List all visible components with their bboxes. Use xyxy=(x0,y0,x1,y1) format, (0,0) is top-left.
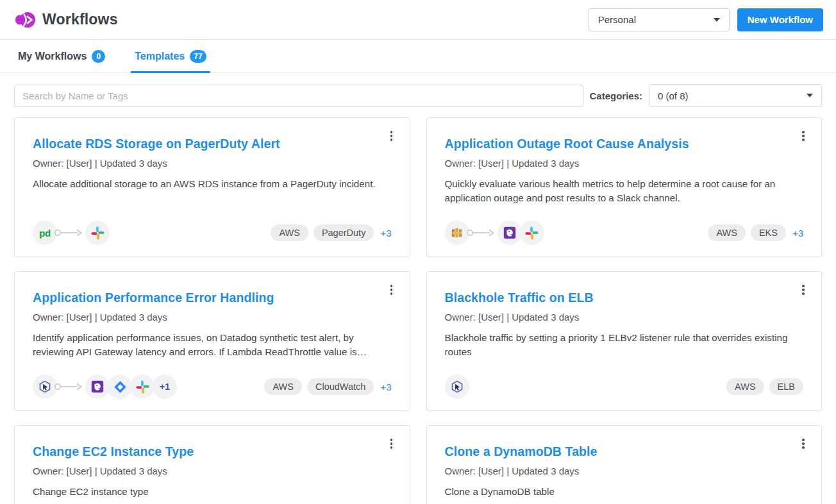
card-integrations: pd xyxy=(33,221,110,245)
cards-grid: Allocate RDS Storage on PagerDuty Alert … xyxy=(14,117,822,504)
card-tags: AWSEKS+3 xyxy=(708,224,803,241)
card-meta: Owner: [User] | Updated 3 days xyxy=(33,158,392,169)
card-title[interactable]: Change EC2 Instance Type xyxy=(33,444,392,459)
card-description: Blackhole traffic by setting a priority … xyxy=(445,331,804,359)
chevron-down-icon xyxy=(714,18,720,22)
card-menu-button[interactable] xyxy=(796,128,811,144)
chevron-down-icon xyxy=(807,94,813,97)
more-tags-badge: +3 xyxy=(792,228,803,239)
card-tags: AWSCloudWatch+3 xyxy=(264,378,391,395)
card-title[interactable]: Blackhole Traffic on ELB xyxy=(445,290,804,305)
more-integrations-badge: +1 xyxy=(153,374,177,399)
tag-pill: AWS xyxy=(271,224,308,241)
card-description: Change EC2 instance type xyxy=(33,485,392,499)
flow-arrow-icon xyxy=(466,228,496,237)
tag-pill: EKS xyxy=(751,224,786,241)
card-footer: +1 AWSCloudWatch+3 xyxy=(33,374,392,399)
card-meta: Owner: [User] | Updated 3 days xyxy=(445,466,804,476)
more-tags-badge: +3 xyxy=(380,228,391,239)
card-footer: AWSELB xyxy=(445,374,804,399)
card-footer: pd AWSPagerDuty+3 xyxy=(33,221,392,245)
card-integrations xyxy=(445,221,544,245)
card-title[interactable]: Clone a DynamoDB Table xyxy=(445,444,804,459)
card-title[interactable]: Application Outage Root Cause Analysis xyxy=(445,137,804,151)
tab-templates-label: Templates xyxy=(135,51,185,62)
workflow-card[interactable]: Allocate RDS Storage on PagerDuty Alert … xyxy=(14,117,410,257)
card-tags: AWSPagerDuty+3 xyxy=(271,224,391,241)
card-menu-button[interactable] xyxy=(796,435,811,452)
tab-my-workflows-count-badge: 0 xyxy=(92,50,105,63)
card-meta: Owner: [User] | Updated 3 days xyxy=(33,466,392,476)
card-description: Clone a DynamoDB table xyxy=(445,485,804,499)
search-input[interactable] xyxy=(14,85,583,107)
tag-pill: ELB xyxy=(769,378,803,395)
flow-arrow-icon xyxy=(54,382,83,391)
card-description: Quickly evaluate various health metrics … xyxy=(445,177,804,205)
app-logo-icon xyxy=(15,10,36,29)
card-menu-button[interactable] xyxy=(384,281,399,298)
workflow-card[interactable]: Blackhole Traffic on ELB Owner: [User] |… xyxy=(426,271,823,411)
page-title: Workflows xyxy=(42,11,118,28)
jira-icon xyxy=(108,374,132,399)
categories-group: Categories: 0 (of 8) xyxy=(589,84,822,107)
card-title[interactable]: Application Performance Error Handling xyxy=(33,290,392,305)
card-integrations xyxy=(445,374,469,399)
tab-templates-count-badge: 77 xyxy=(190,50,206,63)
tabs: My Workflows 0 Templates 77 xyxy=(0,40,836,73)
card-title[interactable]: Allocate RDS Storage on PagerDuty Alert xyxy=(33,137,392,151)
card-description: Allocate additional storage to an AWS RD… xyxy=(33,177,392,191)
slack-icon xyxy=(85,221,110,245)
card-menu-button[interactable] xyxy=(796,281,811,298)
more-tags-badge: +3 xyxy=(380,382,391,392)
card-meta: Owner: [User] | Updated 3 days xyxy=(445,158,804,169)
card-meta: Owner: [User] | Updated 3 days xyxy=(445,312,804,323)
card-menu-button[interactable] xyxy=(384,435,399,452)
tag-pill: AWS xyxy=(264,378,302,395)
categories-select[interactable]: 0 (of 8) xyxy=(649,84,822,107)
datadog-icon xyxy=(85,374,110,399)
tab-my-workflows[interactable]: My Workflows 0 xyxy=(14,40,109,73)
card-menu-button[interactable] xyxy=(384,128,399,144)
workspace-select[interactable]: Personal xyxy=(589,8,730,31)
flow-arrow-icon xyxy=(54,228,83,237)
categories-label: Categories: xyxy=(589,90,642,101)
tag-pill: AWS xyxy=(708,224,746,241)
slack-icon xyxy=(520,221,544,245)
workflow-card[interactable]: Clone a DynamoDB Table Owner: [User] | U… xyxy=(426,425,823,504)
filter-row: Categories: 0 (of 8) xyxy=(14,84,822,107)
card-integrations: +1 xyxy=(33,374,177,399)
new-workflow-button[interactable]: New Workflow xyxy=(737,8,823,31)
app-header: Workflows Personal New Workflow xyxy=(0,0,836,40)
tag-pill: CloudWatch xyxy=(307,378,374,395)
slack-icon xyxy=(130,374,155,399)
workflow-card[interactable]: Change EC2 Instance Type Owner: [User] |… xyxy=(14,425,410,504)
card-description: Identify application performance issues,… xyxy=(33,331,392,359)
tag-pill: PagerDuty xyxy=(314,224,374,241)
card-footer: AWSEKS+3 xyxy=(445,221,804,245)
workflow-card[interactable]: Application Performance Error Handling O… xyxy=(14,271,410,411)
categories-select-value: 0 (of 8) xyxy=(658,90,689,101)
card-meta: Owner: [User] | Updated 3 days xyxy=(33,312,392,323)
datadog-icon xyxy=(497,221,522,245)
workspace-select-value: Personal xyxy=(598,14,636,25)
tab-templates[interactable]: Templates 77 xyxy=(131,40,210,73)
cloudwatch-synthetics-icon xyxy=(445,374,469,399)
card-tags: AWSELB xyxy=(726,378,803,395)
tag-pill: AWS xyxy=(726,378,764,395)
workflow-card[interactable]: Application Outage Root Cause Analysis O… xyxy=(426,117,823,257)
tab-my-workflows-label: My Workflows xyxy=(18,51,87,62)
